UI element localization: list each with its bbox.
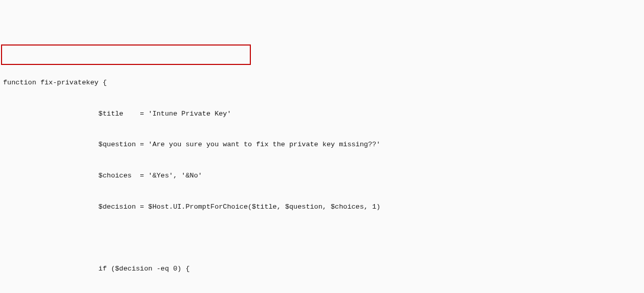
code-line: function fix-privatekey { (3, 78, 641, 88)
code-block: function fix-privatekey { $title = 'Intu… (3, 47, 641, 293)
code-line: $decision = $Host.UI.PromptForChoice($ti… (3, 202, 641, 212)
code-line: $choices = '&Yes', '&No' (3, 171, 641, 181)
code-line: $question = 'Are you sure you want to fi… (3, 140, 641, 150)
code-line: $title = 'Intune Private Key' (3, 109, 641, 119)
code-line: if ($decision -eq 0) { (3, 264, 641, 274)
highlight-annotation (1, 44, 251, 65)
code-line (3, 233, 641, 243)
